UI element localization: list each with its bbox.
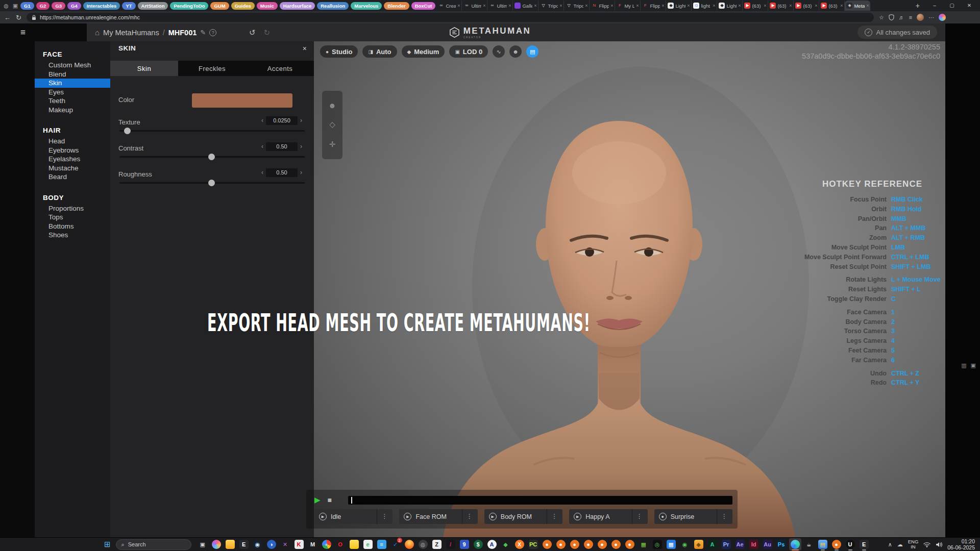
sculpt-tool-icon[interactable]: ◇ bbox=[329, 120, 335, 129]
chevron-right-icon[interactable]: › bbox=[298, 143, 305, 150]
blender-icon[interactable]: ● bbox=[569, 538, 581, 550]
browser-tab[interactable]: ▶ (63) Wa × bbox=[768, 1, 794, 11]
evernote-icon[interactable]: e bbox=[362, 538, 374, 550]
sticky-notes-icon[interactable] bbox=[348, 538, 360, 550]
epic-games-icon[interactable]: E bbox=[858, 538, 870, 550]
photoshop-icon[interactable]: Ps bbox=[775, 538, 788, 550]
chevron-left-icon[interactable]: ‹ bbox=[259, 143, 266, 150]
tab-group-chip[interactable]: Music bbox=[257, 2, 278, 10]
fullscreen-icon[interactable]: ▣ bbox=[971, 362, 976, 369]
browser-tab[interactable]: ▶ (63) Ult × bbox=[819, 1, 845, 11]
sidebar-item[interactable]: Skin bbox=[35, 79, 110, 88]
browser-tab[interactable]: ∞ Ultimat × bbox=[487, 1, 513, 11]
mug-app-icon[interactable]: ☕ bbox=[803, 538, 815, 550]
tab-close-icon[interactable]: × bbox=[610, 3, 613, 8]
skeleton-toggle-button[interactable]: ∿ bbox=[493, 45, 505, 58]
app-9-icon[interactable]: 9 bbox=[458, 538, 471, 550]
tab-close-icon[interactable]: × bbox=[483, 3, 485, 8]
tab-close-icon[interactable]: × bbox=[662, 3, 664, 8]
files-app-icon[interactable]: ▤ bbox=[817, 538, 829, 550]
tab-group-chip[interactable]: YT bbox=[122, 2, 135, 10]
texture-slider-thumb[interactable] bbox=[124, 128, 131, 134]
tab-close-icon[interactable]: × bbox=[585, 3, 587, 8]
skin-color-swatch[interactable] bbox=[192, 93, 292, 108]
sidebar-item[interactable]: Head bbox=[35, 137, 110, 146]
tab-close-icon[interactable]: × bbox=[866, 3, 869, 8]
target-app-icon[interactable]: ◎ bbox=[651, 538, 664, 550]
playhead[interactable] bbox=[351, 497, 352, 504]
address-bar[interactable]: https://metahuman.unrealengine.com/mhc bbox=[27, 13, 874, 22]
clip-body-rom[interactable]: ▶ Body ROM ⋮ bbox=[484, 509, 562, 524]
paint-app-icon[interactable]: ◑ bbox=[265, 538, 278, 550]
kebab-menu-icon[interactable]: ⋮ bbox=[377, 509, 391, 524]
move-tool-icon[interactable]: ✛ bbox=[329, 140, 336, 149]
todo-icon[interactable]: ✓ bbox=[389, 538, 402, 550]
substance-icon[interactable]: ◆ bbox=[693, 538, 705, 550]
home-icon[interactable]: ⌂ bbox=[95, 28, 100, 37]
file-explorer-icon[interactable] bbox=[224, 538, 236, 550]
sidebar-item[interactable]: Blend bbox=[35, 70, 110, 79]
profile-avatar[interactable] bbox=[917, 14, 924, 21]
tab-group-chip[interactable]: PendingToDo bbox=[170, 2, 208, 10]
lod-button[interactable]: ▣ LOD 0 bbox=[449, 45, 488, 58]
tab-group-chip[interactable]: G2 bbox=[36, 2, 50, 10]
blender-icon[interactable]: ● bbox=[582, 538, 595, 550]
copilot-icon[interactable] bbox=[210, 538, 223, 550]
roughness-value[interactable]: 0.50 bbox=[266, 168, 298, 177]
slash-app-icon[interactable]: / bbox=[445, 538, 457, 550]
texture-slider[interactable] bbox=[119, 130, 305, 132]
krita-icon[interactable]: K bbox=[293, 538, 305, 550]
sidebar-item[interactable]: Makeup bbox=[35, 106, 110, 115]
tab-close-icon[interactable]: × bbox=[789, 3, 792, 8]
contrast-slider-thumb[interactable] bbox=[208, 154, 215, 160]
browser-tab[interactable]: ▽ Tripo W × bbox=[538, 1, 564, 11]
stats-icon[interactable]: ▥ bbox=[961, 362, 966, 369]
panel-tab[interactable]: Skin bbox=[110, 61, 178, 76]
contrast-value[interactable]: 0.50 bbox=[266, 142, 298, 151]
opera-icon[interactable]: O bbox=[334, 538, 347, 550]
clip-idle[interactable]: ▶ Idle ⋮ bbox=[314, 509, 393, 524]
sidebar-item[interactable]: Proportions bbox=[35, 204, 110, 213]
browser-tab[interactable]: ▶ (63) Th × bbox=[743, 1, 768, 11]
grid-app-icon[interactable]: ▦ bbox=[665, 538, 677, 550]
camera-auto-button[interactable]: ◨ Auto bbox=[362, 45, 397, 58]
browser-tab[interactable]: ∞ Create × bbox=[436, 1, 462, 11]
taskbar-search[interactable]: ⌕ Search bbox=[116, 539, 191, 550]
roughness-slider-thumb[interactable] bbox=[208, 180, 215, 186]
chevron-right-icon[interactable]: › bbox=[298, 117, 305, 124]
hotkey-panel-button[interactable]: ▤ bbox=[526, 45, 538, 58]
chrome-icon[interactable]: ● bbox=[321, 538, 333, 550]
volume-icon[interactable] bbox=[936, 542, 942, 547]
sidebar-item[interactable]: Tops bbox=[35, 213, 110, 222]
timeline-scrubber[interactable] bbox=[348, 496, 732, 505]
clip-surprise[interactable]: ☻ Surprise ⋮ bbox=[654, 509, 732, 524]
sidebar-item[interactable]: Bottoms bbox=[35, 222, 110, 231]
kebab-menu-icon[interactable]: ⋮ bbox=[717, 509, 731, 524]
close-icon[interactable]: × bbox=[303, 44, 307, 53]
finance-app-icon[interactable]: $ bbox=[472, 538, 484, 550]
tab-group-chip[interactable]: Reallusion bbox=[317, 2, 349, 10]
blender-icon[interactable]: ● bbox=[624, 538, 636, 550]
tab-close-icon[interactable]: × bbox=[636, 3, 639, 8]
minimize-button[interactable]: – bbox=[926, 0, 943, 11]
hamburger-menu-icon[interactable]: ≡ bbox=[20, 28, 26, 38]
notebook-icon[interactable]: ≡ bbox=[376, 538, 388, 550]
blender-icon[interactable]: ● bbox=[610, 538, 622, 550]
kebab-menu-icon[interactable]: ⋮ bbox=[632, 509, 647, 524]
contrast-slider[interactable] bbox=[119, 156, 305, 158]
browser-tab[interactable]: ◆ Light W × bbox=[666, 1, 692, 11]
wifi-icon[interactable] bbox=[923, 542, 930, 547]
blender-icon[interactable]: ● bbox=[830, 538, 843, 550]
tab-close-icon[interactable]: × bbox=[764, 3, 766, 8]
unreal-icon[interactable]: U bbox=[844, 538, 856, 550]
tab-close-icon[interactable]: × bbox=[559, 3, 562, 8]
audition-icon[interactable]: Au bbox=[762, 538, 774, 550]
roughness-slider[interactable] bbox=[119, 182, 305, 184]
gem-app-icon[interactable]: ◆ bbox=[500, 538, 512, 550]
clock[interactable]: 01:20 06-06-2025 bbox=[947, 538, 975, 550]
back-icon[interactable]: ← bbox=[4, 14, 11, 21]
sidebar-item[interactable]: Custom Mesh bbox=[35, 61, 110, 70]
onedrive-icon[interactable]: ☁ bbox=[897, 541, 903, 548]
kebab-menu-icon[interactable]: ⋮ bbox=[462, 509, 477, 524]
chevron-left-icon[interactable]: ‹ bbox=[259, 169, 266, 176]
